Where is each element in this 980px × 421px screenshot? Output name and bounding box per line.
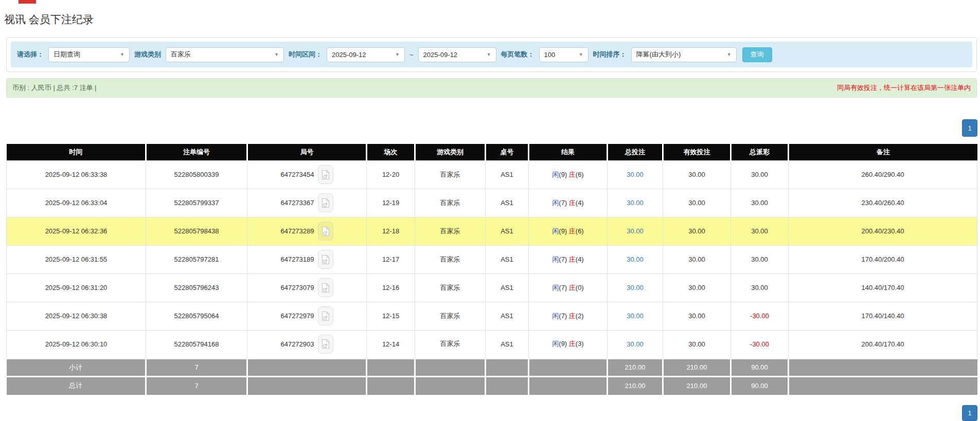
- total-bet-link[interactable]: 30.00: [627, 255, 644, 263]
- cell-result: 闲(7) 庄(4): [529, 245, 608, 273]
- record-row: 2025-09-12 06:32:36522805798438647273289…: [7, 217, 977, 245]
- cell-result: 闲(9) 庄(3): [529, 330, 608, 358]
- game-type-label: 游戏类别: [134, 50, 161, 59]
- date-to-value: 2025-09-12: [423, 51, 458, 59]
- video-replay-button[interactable]: [318, 306, 333, 325]
- cell-remark: 200.40/230.40: [789, 217, 977, 245]
- video-replay-icon: [322, 226, 330, 236]
- total-bet-link[interactable]: 30.00: [627, 284, 644, 291]
- result-player-score: (9): [559, 227, 567, 235]
- cell-bet-id: 522805797281: [146, 245, 247, 273]
- pagination-page-1-bottom[interactable]: 1: [962, 405, 977, 421]
- cell-valid-bet: 30.00: [663, 189, 731, 217]
- cell-bet-id: 522805799337: [146, 189, 247, 217]
- cell-valid-bet: 30.00: [663, 245, 731, 273]
- cell-payout: -30.00: [731, 330, 789, 358]
- summary-bar: 币别 : 人民币 | 总共 :7 注单 | 同局有效投注，统一计算在该局第一张注…: [6, 78, 977, 98]
- video-replay-button[interactable]: [318, 335, 333, 354]
- search-button[interactable]: 查询: [742, 47, 772, 62]
- cell-session: 12-15: [367, 302, 415, 330]
- cell-session: 12-14: [367, 330, 415, 358]
- col-header-session: 场次: [367, 144, 415, 160]
- cell-time: 2025-09-12 06:30:10: [7, 330, 146, 358]
- subtotal-table-no: [486, 358, 529, 376]
- cell-bet-id: 522805796243: [146, 273, 247, 302]
- cell-valid-bet: 30.00: [663, 217, 731, 245]
- subtotal-total-bet: 210.00: [608, 358, 663, 376]
- cell-result: 闲(7) 庄(0): [529, 273, 608, 302]
- total-bet-link[interactable]: 30.00: [627, 340, 644, 348]
- cell-payout: 30.00: [731, 160, 789, 189]
- result-banker-score: (3): [576, 340, 584, 347]
- cell-table-no: AS1: [486, 330, 529, 358]
- result-player-score: (7): [559, 255, 567, 263]
- video-replay-button[interactable]: [318, 222, 333, 241]
- result-banker-score: (0): [576, 284, 584, 291]
- round-number: 647273367: [280, 199, 314, 207]
- records-table: 时间注单编号局号场次游戏类别桌号结果总投注有效投注总派彩备注 2025-09-1…: [6, 144, 977, 395]
- cell-total-bet: 30.00: [608, 189, 663, 217]
- round-number: 647272903: [280, 340, 314, 348]
- cell-game-type: 百家乐: [415, 245, 486, 273]
- cell-session: 12-16: [367, 273, 415, 302]
- result-player-label: 闲: [552, 255, 559, 263]
- cell-round: 647273079: [247, 273, 367, 302]
- cell-valid-bet: 30.00: [663, 330, 731, 358]
- col-header-total-bet: 总投注: [608, 144, 663, 160]
- subtotal-valid-bet: 210.00: [663, 358, 731, 376]
- total-bet-link[interactable]: 30.00: [627, 312, 644, 320]
- total-bet-link[interactable]: 30.00: [627, 227, 644, 235]
- cell-payout: 30.00: [731, 189, 789, 217]
- record-row: 2025-09-12 06:30:10522805794168647272903…: [7, 330, 977, 358]
- video-replay-button[interactable]: [318, 193, 333, 212]
- result-banker-label: 庄: [569, 255, 576, 263]
- time-sort-dropdown[interactable]: 降冪(由大到小) ▼: [631, 47, 737, 62]
- col-header-bet-id: 注单编号: [146, 144, 247, 160]
- subtotal-round: [247, 358, 367, 376]
- chevron-down-icon: ▼: [487, 52, 491, 57]
- round-number-with-video: 647273367: [280, 193, 333, 212]
- cell-bet-id: 522805795064: [146, 302, 247, 330]
- cell-bet-id: 522805800339: [146, 160, 247, 189]
- round-number: 647273189: [280, 255, 314, 263]
- result-banker-label: 庄: [569, 227, 576, 235]
- cell-session: 12-19: [367, 189, 415, 217]
- cell-remark: 200.40/170.40: [789, 330, 977, 358]
- result-player-label: 闲: [552, 312, 559, 320]
- cell-round: 647273454: [247, 160, 367, 189]
- page-size-value: 100: [544, 51, 556, 59]
- query-type-dropdown[interactable]: 日期查询 ▼: [48, 47, 130, 62]
- cell-result: 闲(9) 庄(6): [529, 217, 608, 245]
- records-table-body: 2025-09-12 06:33:38522805800339647273454…: [7, 160, 977, 358]
- subtotal-game-type: [415, 358, 486, 376]
- date-from-dropdown[interactable]: 2025-09-12 ▼: [327, 47, 405, 62]
- result-player-label: 闲: [552, 284, 559, 291]
- video-replay-button[interactable]: [318, 250, 333, 269]
- page-size-label: 每页笔数：: [501, 50, 534, 59]
- cell-table-no: AS1: [486, 217, 529, 245]
- total-bet-link[interactable]: 30.00: [627, 171, 644, 178]
- video-replay-button[interactable]: [318, 278, 333, 297]
- game-type-dropdown[interactable]: 百家乐 ▼: [166, 47, 284, 62]
- pagination-page-1-top[interactable]: 1: [962, 119, 977, 137]
- cell-time: 2025-09-12 06:32:36: [7, 217, 146, 245]
- video-replay-button[interactable]: [318, 165, 333, 184]
- records-table-foot: 小计7210.00210.0090.00总计7210.00210.0090.00: [7, 358, 977, 394]
- subtotal-row: 小计7210.00210.0090.00: [7, 358, 977, 376]
- col-header-remark: 备注: [789, 144, 977, 160]
- grandtotal-bet-id: 7: [146, 376, 247, 394]
- date-to-dropdown[interactable]: 2025-09-12 ▼: [418, 47, 496, 62]
- cell-payout: 30.00: [731, 245, 789, 273]
- cell-round: 647272903: [247, 330, 367, 358]
- round-number: 647273454: [280, 171, 314, 178]
- result-banker-score: (4): [576, 255, 584, 263]
- result-player-score: (7): [559, 284, 567, 291]
- cell-remark: 260.40/290.40: [789, 160, 977, 189]
- video-replay-icon: [322, 254, 330, 265]
- cell-bet-id: 522805798438: [146, 217, 247, 245]
- result-player-label: 闲: [552, 199, 559, 207]
- round-number: 647273289: [280, 227, 314, 235]
- total-bet-link[interactable]: 30.00: [627, 199, 644, 207]
- page-size-dropdown[interactable]: 100 ▼: [539, 47, 589, 62]
- record-row: 2025-09-12 06:33:38522805800339647273454…: [7, 160, 977, 189]
